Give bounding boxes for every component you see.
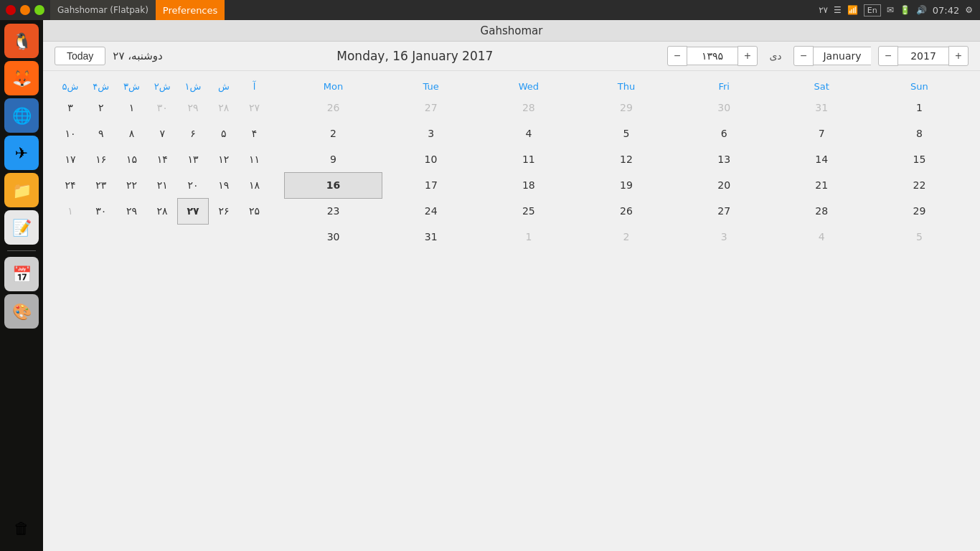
- gregorian-day-cell[interactable]: 28: [480, 95, 578, 121]
- close-button[interactable]: [6, 5, 16, 15]
- preferences-menu-item[interactable]: Preferences: [156, 0, 225, 20]
- today-button[interactable]: Today: [55, 47, 105, 65]
- gregorian-day-cell[interactable]: 7: [773, 121, 870, 146]
- persian-day-cell[interactable]: ۸: [116, 121, 147, 146]
- gregorian-day-cell[interactable]: 1: [870, 95, 968, 121]
- gregorian-day-cell[interactable]: 26: [285, 95, 382, 121]
- persian-day-cell[interactable]: ۵: [208, 121, 239, 146]
- persian-day-cell[interactable]: ۲۸: [147, 198, 178, 224]
- persian-day-cell[interactable]: ۱: [116, 95, 147, 121]
- persian-day-cell[interactable]: ۳۰: [85, 198, 116, 224]
- gregorian-day-cell[interactable]: 3: [675, 224, 773, 250]
- persian-day-cell[interactable]: ۱۷: [55, 146, 86, 172]
- gregorian-day-cell[interactable]: 30: [675, 95, 773, 121]
- gregorian-day-cell[interactable]: 6: [675, 121, 773, 146]
- gregorian-day-cell[interactable]: 20: [675, 172, 773, 198]
- gregorian-prev-btn[interactable]: −: [793, 46, 814, 66]
- dock-icon-telegram[interactable]: ✈: [4, 136, 39, 170]
- gregorian-day-cell[interactable]: 4: [480, 121, 578, 146]
- gregorian-day-cell[interactable]: 19: [578, 172, 675, 198]
- persian-day-cell[interactable]: ۲۱: [147, 172, 178, 198]
- persian-day-cell[interactable]: ۴: [239, 121, 270, 146]
- gregorian-day-cell[interactable]: 2: [578, 224, 675, 250]
- persian-day-cell[interactable]: ۲۵: [239, 198, 270, 224]
- lang-label[interactable]: En: [864, 4, 881, 17]
- gregorian-day-cell[interactable]: 18: [480, 172, 578, 198]
- gregorian-day-cell[interactable]: 13: [675, 146, 773, 172]
- gregorian-day-cell[interactable]: 31: [382, 224, 480, 250]
- gregorian-day-cell[interactable]: 22: [870, 172, 968, 198]
- persian-day-cell[interactable]: ۱۸: [239, 172, 270, 198]
- persian-day-cell[interactable]: ۲۳: [85, 172, 116, 198]
- gregorian-day-cell[interactable]: 9: [285, 146, 382, 172]
- gregorian-day-cell[interactable]: 17: [382, 172, 480, 198]
- persian-day-cell[interactable]: ۱۳: [178, 146, 209, 172]
- dock-icon-globe[interactable]: 🌐: [4, 98, 39, 133]
- persian-day-cell[interactable]: ۳: [55, 95, 86, 121]
- dock-trash[interactable]: 🗑: [4, 511, 39, 545]
- persian-day-cell[interactable]: ۱۹: [208, 172, 239, 198]
- persian-day-cell[interactable]: ۱۵: [116, 146, 147, 172]
- minimize-button[interactable]: [20, 5, 30, 15]
- gregorian-day-cell[interactable]: 29: [578, 95, 675, 121]
- gregorian-day-cell[interactable]: 26: [578, 198, 675, 224]
- persian-day-cell[interactable]: ۹: [85, 121, 116, 146]
- gregorian-day-cell[interactable]: 8: [870, 121, 968, 146]
- persian-day-cell[interactable]: ۷: [147, 121, 178, 146]
- gregorian-day-cell[interactable]: 11: [480, 146, 578, 172]
- gregorian-day-cell[interactable]: 29: [870, 198, 968, 224]
- gregorian-day-cell[interactable]: 5: [870, 224, 968, 250]
- persian-day-cell[interactable]: ۱۶: [85, 146, 116, 172]
- persian-day-cell[interactable]: ۲۹: [178, 95, 209, 121]
- persian-day-cell[interactable]: ۱۴: [147, 146, 178, 172]
- persian-day-cell[interactable]: ۲۷: [178, 198, 209, 224]
- gregorian-day-cell[interactable]: 3: [382, 121, 480, 146]
- dock-icon-text[interactable]: 📝: [4, 210, 39, 245]
- persian-day-cell[interactable]: ۲۷: [239, 95, 270, 121]
- gregorian-year-next-btn[interactable]: +: [948, 46, 969, 66]
- persian-day-cell[interactable]: ۶: [178, 121, 209, 146]
- gregorian-day-cell[interactable]: 27: [382, 95, 480, 121]
- gregorian-day-cell[interactable]: 27: [675, 198, 773, 224]
- persian-day-cell[interactable]: ۲۴: [55, 172, 86, 198]
- persian-day-cell[interactable]: ۲۲: [116, 172, 147, 198]
- gregorian-day-cell[interactable]: 30: [285, 224, 382, 250]
- gregorian-day-cell[interactable]: 16: [285, 172, 382, 198]
- persian-day-cell[interactable]: ۳۰: [147, 95, 178, 121]
- gregorian-day-cell[interactable]: 24: [382, 198, 480, 224]
- dock-icon-firefox[interactable]: 🦊: [4, 61, 39, 95]
- gregorian-day-cell[interactable]: 1: [480, 224, 578, 250]
- dock-icon-calendar[interactable]: 📅: [4, 257, 39, 291]
- gregorian-day-cell[interactable]: 2: [285, 121, 382, 146]
- gregorian-day-cell[interactable]: 23: [285, 198, 382, 224]
- gregorian-day-cell[interactable]: 21: [773, 172, 870, 198]
- persian-day-header: ش۵: [55, 78, 86, 95]
- persian-day-cell[interactable]: ۱۱: [239, 146, 270, 172]
- app-title: Gahshomar (Flatpak): [50, 0, 156, 20]
- persian-prev-btn[interactable]: −: [667, 46, 687, 66]
- persian-day-cell[interactable]: ۲۶: [208, 198, 239, 224]
- persian-day-cell[interactable]: ۲۰: [178, 172, 209, 198]
- gregorian-day-cell[interactable]: 5: [578, 121, 675, 146]
- gregorian-day-cell[interactable]: 12: [578, 146, 675, 172]
- persian-day-cell[interactable]: ۱۲: [208, 146, 239, 172]
- dock-icon-ubuntu[interactable]: 🐧: [4, 24, 39, 58]
- gregorian-day-cell[interactable]: 14: [773, 146, 870, 172]
- gregorian-day-cell[interactable]: 25: [480, 198, 578, 224]
- gregorian-day-cell[interactable]: 10: [382, 146, 480, 172]
- persian-day-cell[interactable]: ۲۹: [116, 198, 147, 224]
- persian-next-btn[interactable]: +: [738, 46, 758, 66]
- gregorian-year-prev-btn[interactable]: −: [878, 46, 898, 66]
- gregorian-day-cell[interactable]: 15: [870, 146, 968, 172]
- persian-day-cell[interactable]: ۱: [55, 198, 86, 224]
- dock-icon-files[interactable]: 📁: [4, 173, 39, 207]
- gregorian-day-cell[interactable]: 28: [773, 198, 870, 224]
- persian-day-cell[interactable]: ۱۰: [55, 121, 86, 146]
- topbar: Gahshomar (Flatpak) Preferences ۲۷ ☰ 📶 E…: [0, 0, 980, 20]
- dock-icon-capture[interactable]: 🎨: [4, 294, 39, 329]
- maximize-button[interactable]: [34, 5, 44, 15]
- persian-day-cell[interactable]: ۲: [85, 95, 116, 121]
- gregorian-day-cell[interactable]: 31: [773, 95, 870, 121]
- persian-day-cell[interactable]: ۲۸: [208, 95, 239, 121]
- gregorian-day-cell[interactable]: 4: [773, 224, 870, 250]
